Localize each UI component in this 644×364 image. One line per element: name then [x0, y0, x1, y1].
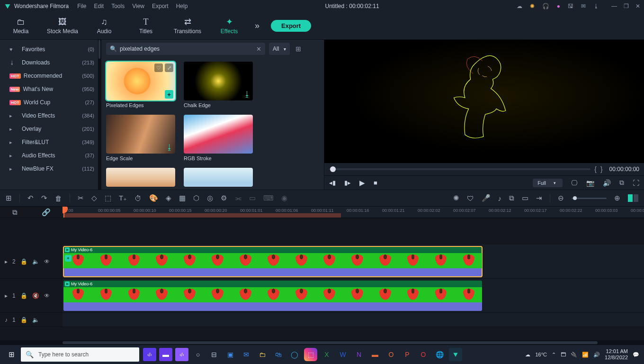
display-icon[interactable]: 🖵 [571, 179, 578, 187]
cut-icon[interactable]: ✂ [78, 194, 84, 202]
layout-preset-icon[interactable]: ⊞ [6, 194, 12, 202]
marker-icon[interactable]: ◇ [91, 194, 97, 202]
taskbar-instagram-icon[interactable]: ⬚ [304, 348, 317, 361]
weather-icon[interactable]: ☁ [525, 352, 530, 358]
search-input[interactable] [120, 46, 256, 52]
crop-icon[interactable]: ⬚ [105, 194, 111, 202]
marker-add-icon[interactable]: ⇥ [536, 194, 542, 202]
export-button[interactable]: Export [271, 20, 311, 32]
sidebar-item-downloads[interactable]: ⭳Downloads(213) [0, 56, 101, 69]
tray-volume-icon[interactable]: 🔊 [593, 352, 600, 358]
track-mute-icon[interactable]: 🔇 [32, 292, 39, 299]
track-lock-icon[interactable]: 🔒 [20, 292, 27, 299]
timeline-hscroll[interactable] [0, 340, 644, 345]
close-button[interactable]: ✕ [635, 3, 640, 9]
clip-effect-badge-icon[interactable]: ✦ [65, 255, 72, 262]
tray-chevron-icon[interactable]: ⌃ [552, 352, 556, 358]
track-visibility-icon[interactable]: 👁 [44, 258, 50, 265]
tab-stock-media[interactable]: 🖼Stock Media [42, 15, 83, 37]
tray-wifi-icon[interactable]: 📶 [582, 352, 589, 358]
weather-temp[interactable]: 16°C [535, 352, 547, 357]
mark-in-icon[interactable]: { [594, 165, 597, 173]
taskview-icon[interactable]: ⊟ [207, 348, 221, 361]
delete-icon[interactable]: 🗑 [55, 194, 62, 202]
taskbar-outlook-icon[interactable]: O [385, 348, 398, 361]
save-icon[interactable]: 🖫 [568, 3, 573, 9]
menu-edit[interactable]: Edit [94, 3, 104, 9]
speed-icon[interactable]: ⏱ [134, 194, 142, 202]
group-icon[interactable]: ⧉ [509, 194, 514, 202]
timeline-layout-toggle[interactable] [628, 194, 638, 202]
track-expand-icon[interactable]: ▸ [5, 258, 8, 265]
profile-icon[interactable]: ● [557, 3, 560, 9]
play-button[interactable]: ▶ [359, 179, 365, 187]
taskbar-app-2-icon[interactable]: ▬ [368, 348, 382, 361]
clip-myvideo6-track1[interactable]: ▶My Video-6 [63, 281, 482, 311]
track-expand-icon[interactable]: ▸ [5, 292, 8, 299]
menu-tools[interactable]: Tools [111, 3, 125, 9]
track-mute-icon[interactable]: 🔈 [32, 317, 39, 323]
fullscreen-icon[interactable]: ⛶ [633, 179, 639, 187]
tab-titles[interactable]: TTitles [125, 15, 167, 37]
clip-myvideo6-track2[interactable]: ▶My Video-6 [63, 246, 482, 277]
effect-card[interactable]: ⭳Edge Scale [106, 115, 177, 161]
track-lane-2[interactable]: ▶My Video-6 ✦ [63, 245, 644, 278]
effect-thumbnail[interactable] [184, 115, 253, 154]
effect-card[interactable]: RGB Stroke [184, 115, 255, 161]
tray-battery-icon[interactable]: 🗔 [561, 352, 566, 357]
code-icon[interactable]: ‹/› [175, 348, 188, 361]
tab-media[interactable]: 🗀Media [0, 15, 42, 37]
expand-icon[interactable]: ⤢ [165, 64, 173, 72]
track-lock-icon[interactable]: 🔒 [20, 317, 27, 323]
sidebar-item-world-cup[interactable]: HOTWorld Cup(27) [0, 96, 101, 109]
view-grid-icon[interactable]: ⊞ [295, 45, 301, 53]
taskbar-app-1-icon[interactable]: ▣ [224, 348, 237, 361]
filter-dropdown[interactable]: All▾ [269, 43, 290, 55]
pip-icon[interactable]: ⧉ [619, 179, 624, 187]
maximize-button[interactable]: ❐ [624, 3, 629, 9]
more-tabs-icon[interactable]: » [255, 21, 259, 31]
taskbar-filmora-icon[interactable] [449, 348, 462, 361]
taskbar-onenote-icon[interactable]: N [352, 348, 366, 361]
sidebar-item-audio-effects[interactable]: ▸Audio Effects(37) [0, 149, 101, 162]
sidebar-scrollbar[interactable] [98, 40, 101, 190]
track-visibility-icon[interactable]: 👁 [44, 292, 50, 299]
menu-file[interactable]: File [77, 3, 86, 9]
tab-transitions[interactable]: ⇄Transitions [167, 15, 208, 37]
effect-card[interactable] [184, 168, 255, 187]
menu-export[interactable]: Export [152, 3, 169, 9]
app-icon[interactable]: ▬ [159, 348, 172, 361]
taskbar-chrome-icon[interactable]: 🌐 [433, 348, 446, 361]
audio-track-lane[interactable] [63, 313, 644, 327]
taskbar-explorer-icon[interactable]: 🗀 [256, 348, 269, 361]
download-icon[interactable]: ⭳ [593, 3, 599, 9]
idea-icon[interactable]: ✺ [530, 3, 535, 9]
mic-icon[interactable]: 🎤 [482, 194, 491, 202]
snapshot-icon[interactable]: 📷 [586, 179, 594, 187]
keyframe-icon[interactable]: ◈ [166, 194, 171, 202]
effect-thumbnail[interactable]: ♡⤢+ [106, 62, 175, 100]
zoom-out-icon[interactable]: ⊖ [558, 194, 564, 202]
color-icon[interactable]: 🎨 [149, 194, 158, 202]
minimize-button[interactable]: — [611, 3, 617, 9]
audio-mixer-icon[interactable]: ♪ [498, 194, 502, 202]
download-effect-icon[interactable]: ⭳ [243, 90, 251, 99]
tab-audio[interactable]: ♫Audio [83, 15, 125, 37]
prev-frame-button[interactable]: ◂▮ [329, 179, 336, 186]
sidebar-item-filter-lut[interactable]: ▸Filter&LUT(349) [0, 136, 101, 149]
adjust-icon[interactable]: ⚙ [221, 194, 227, 202]
tracking-icon[interactable]: ◎ [207, 194, 213, 202]
headset-icon[interactable]: 🎧 [542, 3, 549, 9]
keyboard-icon[interactable]: ⌨ [263, 194, 274, 202]
redo-icon[interactable]: ↷ [41, 194, 47, 202]
effect-thumbnail[interactable] [106, 168, 175, 187]
sidebar-item-newblue-fx[interactable]: ▸NewBlue FX(112) [0, 162, 101, 175]
next-frame-button[interactable]: ▮▸ [344, 179, 351, 186]
taskbar-mail-icon[interactable]: ✉ [240, 348, 253, 361]
stop-button[interactable]: ■ [374, 179, 377, 186]
sidebar-item-video-effects[interactable]: ▸Video Effects(384) [0, 109, 101, 122]
tab-effects[interactable]: ✦Effects [208, 15, 250, 37]
track-lane-1[interactable]: ▶My Video-6 [63, 279, 644, 312]
auto-highlight-icon[interactable]: ✺ [453, 194, 459, 202]
taskbar-opera-icon[interactable]: O [417, 348, 430, 361]
